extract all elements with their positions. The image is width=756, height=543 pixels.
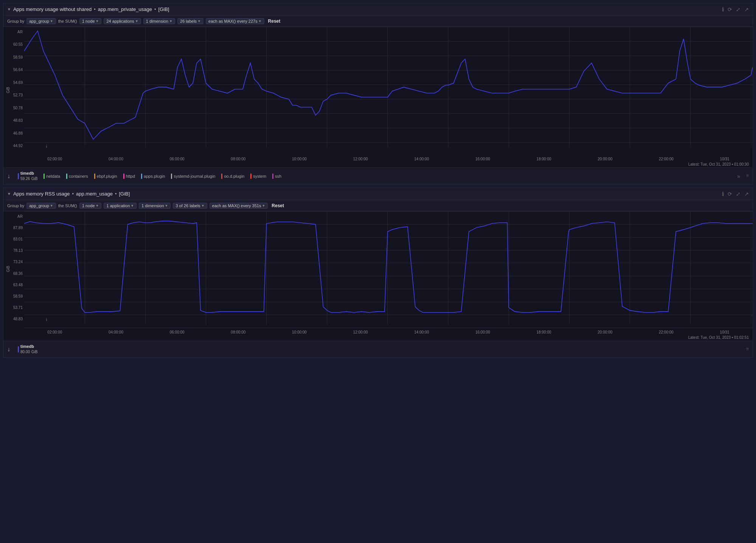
panel-1-timestamp-text: Latest: Tue, Oct 31, 2023 • 01:00:30 <box>688 162 749 166</box>
sync-icon[interactable]: ⟳ <box>728 6 732 12</box>
legend-main-item: timedb 59.26 GiB <box>18 171 37 181</box>
x-label-8: 16:00:00 <box>475 157 490 161</box>
panel-1-y-label: GiB <box>6 87 10 93</box>
legend-containers: containers <box>66 174 88 179</box>
p2-applications-btn[interactable]: 1 application ▼ <box>104 203 137 209</box>
x-label-9: 18:00:00 <box>537 157 551 161</box>
y-val-4: 54.69 <box>13 81 23 85</box>
p2-legend-main-item: timedb 80.00 GiB <box>18 344 37 354</box>
p2-dimension-btn[interactable]: 1 dimension ▼ <box>139 203 171 209</box>
panel-1-title: ▼ Apps memory usage without shared • app… <box>7 6 169 12</box>
panel-2-collapse-icon[interactable]: ▼ <box>7 192 11 196</box>
legend-name-system: system <box>253 174 266 178</box>
x-label-10: 20:00:00 <box>598 157 612 161</box>
p2-y-val-1: 87.89 <box>13 226 23 230</box>
p2-nodes-btn[interactable]: 1 node ▼ <box>79 203 102 209</box>
panel-2-chart: GiB AR 87.89 83.01 78.13 73.24 68.36 63.… <box>3 211 753 329</box>
panel-1-title-text: Apps memory usage without shared <box>13 6 92 12</box>
p2-x-label-12: 10/31 <box>720 330 730 334</box>
legend-dot-ssh <box>272 174 273 179</box>
x-label-5: 10:00:00 <box>292 157 307 161</box>
panel-2-unit: [GiB] <box>119 191 130 197</box>
panel-2-title: ▼ Apps memory RSS usage • app.mem_usage … <box>7 191 130 197</box>
panel-1-y-axis: GiB AR 60.55 58.59 56.64 54.69 52.73 50.… <box>3 27 24 155</box>
legend-expand-btn[interactable]: » <box>737 173 740 179</box>
p2-x-label-10: 20:00:00 <box>598 330 612 334</box>
p2-x-label-7: 14:00:00 <box>414 330 429 334</box>
panel-2-i-label: i <box>46 318 47 322</box>
info-icon[interactable]: ℹ <box>722 6 724 12</box>
x-label-7: 14:00:00 <box>414 157 429 161</box>
panel-2-legend: ↓ timedb 80.00 GiB ⠿ <box>3 341 753 357</box>
p2-x-label-2: 04:00:00 <box>109 330 123 334</box>
legend-apps-plugin: apps.plugin <box>141 174 165 179</box>
reset-btn[interactable]: Reset <box>268 19 281 24</box>
panel-2-title-text: Apps memory RSS usage <box>13 191 70 197</box>
p2-expand-icon[interactable]: ⤢ <box>736 191 740 197</box>
y-val-9: 44.92 <box>13 144 23 148</box>
panel-1-collapse-icon[interactable]: ▼ <box>7 7 11 11</box>
p2-share-icon[interactable]: ↗ <box>744 191 749 197</box>
panel-1-header: ▼ Apps memory usage without shared • app… <box>3 3 753 16</box>
applications-btn[interactable]: 24 applications ▼ <box>104 18 141 24</box>
panel-1-legend: ↓ timedb 59.26 GiB netdata containers eb… <box>3 168 753 184</box>
legend-dots-btn[interactable]: ⠿ <box>746 174 749 178</box>
p2-group-by-btn[interactable]: app_group ▼ <box>26 203 56 209</box>
expand-icon[interactable]: ⤢ <box>736 6 740 12</box>
p2-group-by-label: Group by <box>7 203 24 208</box>
p2-each-as-btn[interactable]: each as MAX() every 351s ▼ <box>210 203 268 209</box>
nodes-btn[interactable]: 1 node ▼ <box>79 18 102 24</box>
x-label-3: 06:00:00 <box>170 157 185 161</box>
p2-x-label-5: 10:00:00 <box>292 330 307 334</box>
each-as-btn[interactable]: each as MAX() every 227s ▼ <box>206 18 264 24</box>
p2-x-label-4: 08:00:00 <box>231 330 245 334</box>
panel-2-timestamp: Latest: Tue, Oct 31, 2023 • 01:02:51 <box>3 335 753 341</box>
panel-1-x-axis: 02:00:00 04:00:00 06:00:00 08:00:00 10:0… <box>3 155 753 162</box>
legend-name-containers: containers <box>69 174 88 178</box>
sum-label: the SUM() <box>58 19 77 23</box>
dimension-btn[interactable]: 1 dimension ▼ <box>143 18 175 24</box>
p2-reset-btn[interactable]: Reset <box>272 203 284 208</box>
y-val-3: 56.64 <box>13 68 23 72</box>
legend-netdata: netdata <box>43 174 60 179</box>
labels-btn[interactable]: 26 labels ▼ <box>177 18 203 24</box>
p2-sort-icon[interactable]: ↓ <box>7 346 10 353</box>
p2-legend-main-info: timedb 80.00 GiB <box>20 344 37 354</box>
panel-2-x-axis: 02:00:00 04:00:00 06:00:00 08:00:00 10:0… <box>3 329 753 335</box>
legend-system: system <box>250 174 266 179</box>
y-val-2: 58.59 <box>13 55 23 59</box>
p2-y-val-2: 83.01 <box>13 237 23 241</box>
p2-sync-icon[interactable]: ⟳ <box>728 191 732 197</box>
p2-y-top: AR <box>17 214 23 219</box>
x-label-2: 04:00:00 <box>109 157 123 161</box>
panel-2-timestamp-text: Latest: Tue, Oct 31, 2023 • 01:02:51 <box>688 335 749 340</box>
group-by-btn[interactable]: app_group ▼ <box>26 18 56 24</box>
legend-ssh: ssh <box>272 174 281 179</box>
p2-labels-btn[interactable]: 3 of 26 labels ▼ <box>173 203 207 209</box>
panel-2-metric: app.mem_usage <box>76 191 113 197</box>
legend-main-name: timedb <box>20 171 37 175</box>
p2-x-label-9: 18:00:00 <box>537 330 551 334</box>
legend-main-info: timedb 59.26 GiB <box>20 171 37 181</box>
p2-y-val-9: 48.83 <box>13 317 23 321</box>
p2-y-val-3: 78.13 <box>13 248 23 253</box>
legend-main-value: 59.26 GiB <box>20 175 37 181</box>
p2-y-val-6: 63.48 <box>13 283 23 287</box>
p2-y-val-4: 73.24 <box>13 260 23 264</box>
y-val-7: 48.83 <box>13 118 23 123</box>
sort-icon[interactable]: ↓ <box>7 173 10 180</box>
legend-dot-ood <box>221 174 222 179</box>
p2-legend-main-name: timedb <box>20 344 37 349</box>
y-val-8: 46.88 <box>13 131 23 135</box>
p2-legend-dots-btn[interactable]: ⠿ <box>746 348 749 351</box>
legend-ood: oo.d.plugin <box>221 174 244 179</box>
p2-info-icon[interactable]: ℹ <box>722 191 724 197</box>
legend-dot-containers <box>66 174 67 179</box>
panel-2: ▼ Apps memory RSS usage • app.mem_usage … <box>3 188 753 358</box>
panel-1-x-labels: 02:00:00 04:00:00 06:00:00 08:00:00 10:0… <box>24 156 753 162</box>
p2-legend-main-value: 80.00 GiB <box>20 349 37 354</box>
panel-1-chart: GiB AR 60.55 58.59 56.64 54.69 52.73 50.… <box>3 27 753 155</box>
panel-2-header: ▼ Apps memory RSS usage • app.mem_usage … <box>3 188 753 200</box>
share-icon[interactable]: ↗ <box>744 6 749 12</box>
panel-2-y-axis: GiB AR 87.89 83.01 78.13 73.24 68.36 63.… <box>3 211 24 329</box>
